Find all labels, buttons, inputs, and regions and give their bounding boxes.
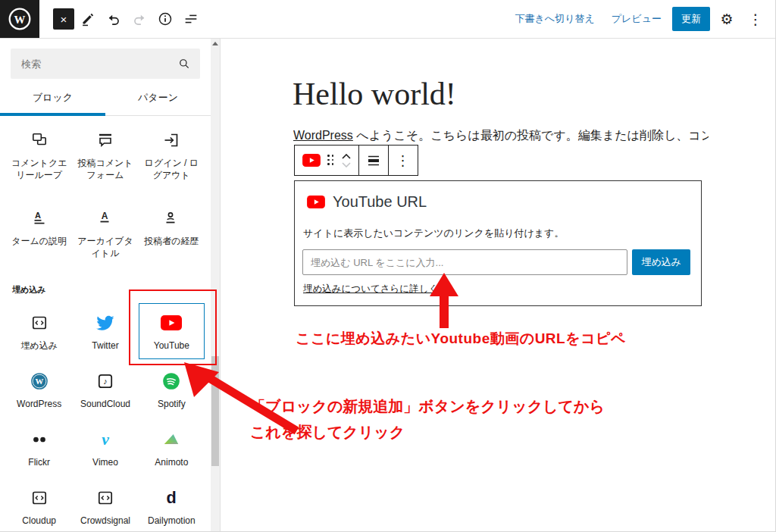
tab-patterns[interactable]: パターン: [105, 80, 211, 115]
svg-text:W: W: [35, 377, 43, 386]
theme-blocks-grid: コメントクエリーループ 投稿コメントフォーム ロ: [0, 116, 211, 272]
block-item-soundcloud[interactable]: ♪ SoundCloud: [72, 361, 138, 418]
preview-button[interactable]: プレビュー: [605, 8, 668, 30]
settings-button[interactable]: ⚙: [715, 7, 739, 31]
block-item-dailymotion[interactable]: d Dailymotion: [139, 478, 205, 531]
term-description-icon: A: [30, 208, 48, 228]
youtube-icon: [161, 313, 182, 333]
block-item-post-comments-form[interactable]: 投稿コメントフォーム: [72, 116, 138, 194]
block-item-flickr[interactable]: Flickr: [6, 420, 72, 476]
block-type-button[interactable]: [302, 154, 321, 167]
youtube-embed-panel: YouTube URL サイトに表示したいコンテンツのリンクを貼り付けます。 埋…: [294, 180, 702, 306]
embed-generic-icon: [30, 313, 48, 333]
align-icon: [367, 155, 380, 167]
block-toolbar-align-segment: [358, 146, 388, 175]
editor-topbar: W ×: [0, 0, 775, 39]
block-item-embed[interactable]: 埋め込み: [6, 303, 72, 359]
block-item-vimeo[interactable]: v Vimeo: [72, 420, 138, 476]
drag-handle[interactable]: [327, 155, 335, 166]
block-inserter-sidebar: ブロック パターン コメントクエリーループ: [0, 38, 211, 531]
details-button[interactable]: [153, 7, 177, 31]
wordpress-embed-icon: W: [30, 371, 49, 391]
post-paragraph[interactable]: WordPress へようこそ。こちらは最初の投稿です。編集または削除し、コンテ…: [293, 128, 709, 144]
archive-title-icon: A: [96, 208, 114, 228]
post-title[interactable]: Hello world!: [293, 76, 456, 112]
info-icon: [157, 11, 174, 27]
scrollbar-up-arrow-icon[interactable]: [212, 42, 218, 45]
move-up-button[interactable]: [342, 154, 351, 159]
topbar-actions: 下書きへ切り替え プレビュー 更新 ⚙ ⋮: [509, 7, 775, 31]
redo-icon: [131, 11, 148, 27]
post-author-bio-icon: [162, 208, 180, 228]
list-view-button[interactable]: [179, 7, 203, 31]
embed-panel-title-row: YouTube URL: [307, 193, 427, 211]
block-search-input[interactable]: [20, 58, 177, 70]
block-toolbar-main-segment: [295, 146, 358, 175]
svg-text:♪: ♪: [103, 377, 108, 386]
wordpress-logo-icon: W: [7, 6, 33, 32]
block-search-box[interactable]: [11, 49, 200, 79]
chevron-up-icon: [342, 154, 351, 159]
search-icon: [177, 57, 191, 70]
block-item-youtube[interactable]: YouTube: [139, 303, 205, 359]
dailymotion-icon: d: [161, 488, 181, 508]
block-item-term-description[interactable]: A タームの説明: [6, 194, 72, 272]
chevron-down-icon: [342, 162, 351, 167]
block-toolbar: ⋮: [294, 145, 418, 176]
drag-dots-icon: [327, 155, 335, 166]
pencil-icon: [80, 11, 96, 27]
block-item-login-logout[interactable]: ログイン / ログアウト: [139, 116, 205, 194]
block-options-button[interactable]: ⋮: [396, 154, 410, 167]
block-item-spotify[interactable]: Spotify: [139, 361, 205, 418]
editor-canvas: Hello world! WordPress へようこそ。こちらは最初の投稿です…: [221, 38, 775, 531]
block-toolbar-options-segment: ⋮: [388, 146, 418, 175]
sidebar-scrollbar-thumb[interactable]: [211, 356, 219, 466]
options-menu-button[interactable]: ⋮: [743, 7, 768, 31]
flickr-icon: [30, 430, 49, 449]
update-button[interactable]: 更新: [672, 7, 710, 31]
animoto-icon: [161, 430, 181, 449]
undo-button[interactable]: [102, 7, 126, 31]
embed-panel-description: サイトに表示したいコンテンツのリンクを貼り付けます。: [303, 227, 564, 240]
edit-mode-button[interactable]: [76, 7, 100, 31]
block-inserter-toggle[interactable]: ×: [53, 8, 74, 30]
block-item-animoto[interactable]: Animoto: [139, 420, 205, 476]
login-logout-icon: [162, 130, 180, 150]
undo-icon: [105, 11, 122, 27]
external-link-icon: [440, 284, 450, 294]
spotify-icon: [161, 371, 181, 391]
svg-text:A: A: [35, 211, 41, 220]
tab-blocks[interactable]: ブロック: [0, 80, 105, 115]
block-item-wordpress[interactable]: W WordPress: [6, 361, 72, 418]
youtube-icon: [307, 196, 325, 208]
crowdsignal-icon: [96, 488, 114, 508]
twitter-icon: [96, 313, 114, 333]
wordpress-link[interactable]: WordPress: [293, 129, 353, 142]
post-comments-form-icon: [96, 130, 114, 150]
kebab-menu-icon: ⋮: [749, 11, 763, 27]
gear-icon: ⚙: [720, 11, 733, 27]
inserter-tabs: ブロック パターン: [0, 80, 211, 116]
sidebar-scrollbar-track[interactable]: [211, 38, 221, 531]
block-item-crowdsignal[interactable]: Crowdsignal: [72, 478, 138, 531]
redo-button[interactable]: [127, 7, 152, 31]
vimeo-icon: v: [95, 430, 115, 449]
block-item-twitter[interactable]: Twitter: [72, 303, 138, 359]
block-item-comment-query-loop[interactable]: コメントクエリーループ: [6, 116, 72, 194]
move-down-button[interactable]: [342, 162, 351, 167]
embed-submit-button[interactable]: 埋め込み: [632, 249, 690, 275]
switch-to-draft-button[interactable]: 下書きへ切り替え: [509, 8, 601, 30]
wordpress-logo[interactable]: W: [0, 0, 39, 38]
svg-text:A: A: [102, 211, 108, 221]
list-view-icon: [183, 11, 199, 27]
kebab-menu-icon: ⋮: [396, 154, 410, 167]
comment-query-loop-icon: [30, 130, 48, 150]
embed-learn-more-link[interactable]: 埋め込みについてさらに詳しく: [303, 283, 450, 296]
embed-url-input[interactable]: [302, 249, 627, 275]
block-item-post-author-bio[interactable]: 投稿者の経歴: [139, 194, 205, 272]
youtube-block-icon: [302, 154, 321, 167]
svg-text:d: d: [167, 488, 177, 507]
align-button[interactable]: [367, 155, 380, 167]
block-item-archive-title[interactable]: A アーカイブタイトル: [72, 194, 138, 272]
block-item-cloudup[interactable]: Cloudup: [6, 478, 72, 531]
